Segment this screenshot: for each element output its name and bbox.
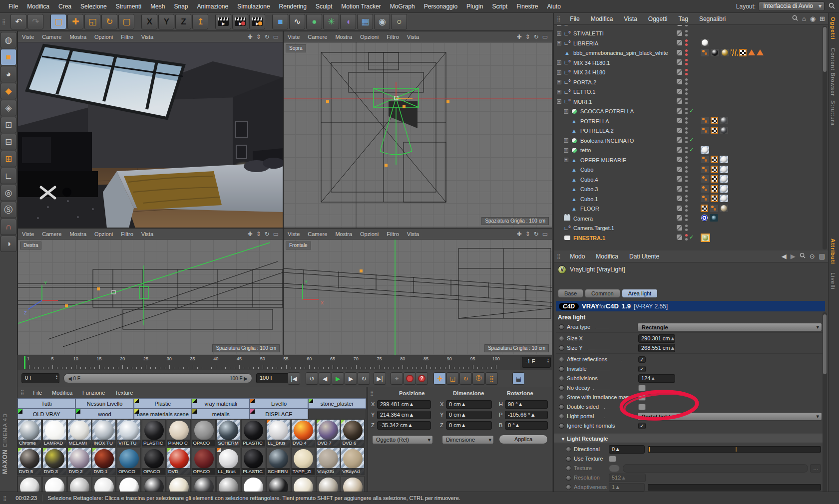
layer-toggle-icon[interactable] bbox=[677, 25, 682, 26]
texture-tag-icon[interactable] bbox=[711, 127, 718, 134]
next-key-button[interactable]: ↻ bbox=[358, 372, 370, 385]
magnet-icon[interactable]: ∩ bbox=[0, 219, 16, 235]
visibility-dot-icon[interactable] bbox=[685, 131, 688, 134]
am-lock-icon[interactable]: ⊙ bbox=[810, 252, 815, 260]
param-radio-icon[interactable] bbox=[559, 324, 564, 330]
position-y-field[interactable]: 214.364 cm▲▼ bbox=[377, 411, 431, 419]
render-settings-icon[interactable]: ▶ bbox=[249, 14, 265, 29]
object-row-bbb-emmebonacina-spin-black-white[interactable]: ▲bbb_emmebonacina_spin_black_white bbox=[554, 48, 822, 58]
previous-key-button[interactable]: ↺ bbox=[306, 372, 318, 385]
menu-sculpt[interactable]: Sculpt bbox=[311, 3, 337, 10]
light-icon[interactable]: ○ bbox=[391, 14, 407, 29]
material-material[interactable] bbox=[167, 476, 191, 492]
visibility-dot-icon[interactable] bbox=[685, 186, 688, 188]
rotation-h-field[interactable]: 90 °▲▼ bbox=[505, 400, 548, 409]
menu-aiuto[interactable]: Aiuto bbox=[543, 3, 565, 10]
material-layer-tab-stone-plaster[interactable]: stone_plaster bbox=[308, 398, 366, 409]
viewport-menu-mostra[interactable]: Mostra bbox=[69, 231, 86, 237]
visibility-dot-icon[interactable] bbox=[685, 180, 688, 182]
visibility-dot-icon[interactable] bbox=[685, 166, 688, 169]
layer-toggle-icon[interactable] bbox=[677, 176, 682, 182]
viewport-menu-camere[interactable]: Camere bbox=[42, 231, 61, 237]
visibility-dot-icon[interactable] bbox=[685, 238, 688, 241]
record-dot-button[interactable] bbox=[404, 372, 416, 385]
phong-tag-icon[interactable] bbox=[701, 156, 709, 163]
visibility-dot-icon[interactable] bbox=[685, 160, 688, 163]
menu-script[interactable]: Script bbox=[487, 3, 512, 10]
viewport-zoom-icon[interactable]: ⇕ bbox=[256, 33, 261, 40]
viewport-rotate-icon[interactable]: ↻ bbox=[534, 231, 539, 238]
material-dvd-7[interactable]: DVD 7 bbox=[316, 419, 340, 447]
layer-toggle-icon[interactable] bbox=[677, 50, 682, 55]
phong-tag-icon[interactable] bbox=[701, 117, 709, 124]
viewport-menu-filtro[interactable]: Filtro bbox=[387, 231, 399, 237]
layer-toggle-icon[interactable] bbox=[677, 69, 682, 75]
texture-mode-icon[interactable]: ◕ bbox=[0, 66, 16, 82]
visibility-dot-icon[interactable] bbox=[685, 117, 688, 120]
viewport-top[interactable]: VisteCamereMostraOpzioniFiltroVista✚⇕↻▭ … bbox=[283, 31, 552, 228]
coordinate-system-dropdown[interactable]: Oggetto (Rel) bbox=[372, 435, 433, 444]
visibility-dot-icon[interactable] bbox=[685, 73, 688, 75]
position-z-field[interactable]: -35.342 cm▲▼ bbox=[377, 421, 431, 430]
generator-icon[interactable]: ● bbox=[306, 14, 322, 29]
material-dvd-6[interactable]: DVD 6 bbox=[341, 419, 365, 447]
attribute-tab-area-light[interactable]: Area light bbox=[622, 289, 658, 298]
step-forward-button[interactable]: ▶ bbox=[345, 372, 357, 385]
coordinates-grip-icon[interactable]: ⣿ bbox=[370, 390, 374, 396]
viewport-zoom-icon[interactable]: ⇕ bbox=[525, 231, 530, 238]
viewport-pan-icon[interactable]: ✚ bbox=[516, 33, 521, 40]
material-layer-tab-old-vray[interactable]: OLD VRAY bbox=[17, 409, 75, 419]
material-layer-tab-vray-materiali[interactable]: vray materiali bbox=[192, 398, 250, 409]
viewport-menu-mostra[interactable]: Mostra bbox=[335, 231, 352, 237]
visibility-dot-icon[interactable] bbox=[685, 121, 688, 124]
render-sphere-icon[interactable]: ◍ bbox=[0, 32, 16, 48]
material-tag-icon[interactable] bbox=[701, 39, 709, 46]
expand-toggle-icon[interactable]: + bbox=[564, 158, 568, 162]
layer-toggle-icon[interactable] bbox=[677, 167, 682, 172]
material-plastic[interactable]: PLASTIC bbox=[241, 419, 265, 447]
expand-toggle-icon[interactable]: + bbox=[557, 70, 561, 75]
dots-grid-button[interactable]: ⣿ bbox=[485, 372, 498, 385]
expand-toggle-icon[interactable]: + bbox=[557, 41, 561, 45]
material-tag-icon[interactable] bbox=[720, 127, 728, 134]
texture-tag-icon[interactable] bbox=[701, 205, 708, 212]
visibility-dot-icon[interactable] bbox=[685, 205, 688, 208]
material-material[interactable] bbox=[42, 476, 66, 492]
object-row-muri-1[interactable]: −∟0MURI.1 bbox=[554, 97, 822, 106]
menu-selezione[interactable]: Selezione bbox=[76, 3, 111, 10]
toolbar-grip[interactable]: ⣿ bbox=[2, 19, 5, 24]
om-menu-tag[interactable]: Tag bbox=[673, 15, 694, 22]
visibility-dot-icon[interactable] bbox=[685, 225, 688, 227]
param-radio-icon[interactable] bbox=[559, 414, 564, 419]
visibility-dot-icon[interactable] bbox=[685, 156, 688, 159]
spline-pen-icon[interactable]: ∿ bbox=[289, 14, 305, 29]
visibility-dot-icon[interactable] bbox=[685, 49, 688, 52]
layout-dropdown[interactable]: Interfaccia di Avvio bbox=[759, 1, 825, 11]
layer-toggle-icon[interactable] bbox=[677, 98, 682, 104]
layer-toggle-icon[interactable] bbox=[677, 157, 682, 162]
expand-toggle-icon[interactable]: + bbox=[564, 109, 568, 114]
viewport-menu-viste[interactable]: Viste bbox=[288, 34, 300, 40]
viewport-menu-vista[interactable]: Vista bbox=[407, 231, 419, 237]
material-material[interactable] bbox=[291, 476, 315, 492]
visibility-dot-icon[interactable] bbox=[685, 25, 688, 26]
param-field-adaptiveness[interactable]: 1▲▼ bbox=[609, 483, 645, 492]
material-tapp-zi[interactable]: TAPP_ZI bbox=[291, 448, 315, 475]
edges-mode-icon[interactable]: ⊟ bbox=[0, 134, 16, 150]
fur-tag-icon[interactable] bbox=[731, 49, 738, 56]
object-row-camera[interactable]: Camera bbox=[554, 214, 822, 223]
param-radio-icon[interactable] bbox=[559, 357, 564, 362]
mograph-icon[interactable]: ✳ bbox=[323, 14, 339, 29]
viewport-top-canvas[interactable]: Sopra bbox=[284, 42, 552, 228]
layer-toggle-icon[interactable] bbox=[677, 225, 682, 231]
material-tag-icon[interactable] bbox=[720, 166, 728, 173]
om-path-icon[interactable]: ◉ bbox=[810, 15, 816, 22]
om-search-icon[interactable] bbox=[792, 15, 798, 22]
texture-sphere-icon[interactable]: ◑ bbox=[0, 236, 16, 252]
param-dropdown-light-portal[interactable]: Portal light bbox=[637, 412, 822, 421]
material-vrayad[interactable]: VRayAd bbox=[341, 448, 365, 475]
visibility-dot-icon[interactable] bbox=[685, 176, 688, 178]
attribute-tab-common[interactable]: Common bbox=[585, 289, 620, 298]
om-home-icon[interactable]: ⌂ bbox=[802, 15, 806, 22]
viewport-menu-vista[interactable]: Vista bbox=[141, 34, 153, 40]
